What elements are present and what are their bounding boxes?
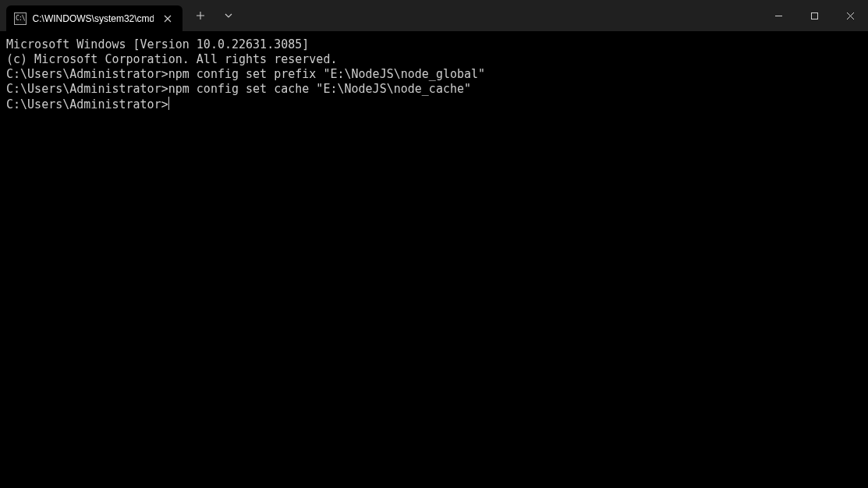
terminal-line: (c) Microsoft Corporation. All rights re…	[6, 52, 862, 67]
close-icon	[846, 12, 855, 20]
maximize-button[interactable]	[796, 0, 832, 31]
titlebar: C:\ C:\WINDOWS\system32\cmd.	[0, 0, 868, 31]
cmd-icon: C:\	[14, 12, 27, 25]
text-cursor	[168, 97, 169, 110]
tab-title: C:\WINDOWS\system32\cmd.	[33, 13, 154, 24]
terminal-line: C:\Users\Administrator>npm config set pr…	[6, 67, 862, 82]
maximize-icon	[810, 12, 819, 20]
terminal-line: Microsoft Windows [Version 10.0.22631.30…	[6, 37, 862, 52]
window-controls	[760, 0, 868, 31]
tab-dropdown-button[interactable]	[217, 4, 240, 27]
tabstrip-actions	[182, 0, 240, 31]
close-icon	[164, 15, 172, 23]
minimize-icon	[774, 12, 783, 20]
chevron-down-icon	[225, 12, 232, 19]
terminal-line: C:\Users\Administrator>	[6, 97, 862, 112]
minimize-button[interactable]	[760, 0, 796, 31]
tab-cmd[interactable]: C:\ C:\WINDOWS\system32\cmd.	[6, 5, 182, 31]
tab-close-button[interactable]	[160, 10, 176, 27]
plus-icon	[196, 11, 205, 20]
terminal-line: C:\Users\Administrator>npm config set ca…	[6, 82, 862, 97]
new-tab-button[interactable]	[189, 4, 212, 27]
tabstrip: C:\ C:\WINDOWS\system32\cmd.	[0, 0, 182, 31]
svg-rect-0	[811, 12, 817, 19]
close-window-button[interactable]	[832, 0, 868, 31]
cmd-icon-text: C:\	[16, 16, 24, 22]
terminal-output[interactable]: Microsoft Windows [Version 10.0.22631.30…	[0, 31, 868, 488]
terminal-window: C:\ C:\WINDOWS\system32\cmd.	[0, 0, 868, 488]
